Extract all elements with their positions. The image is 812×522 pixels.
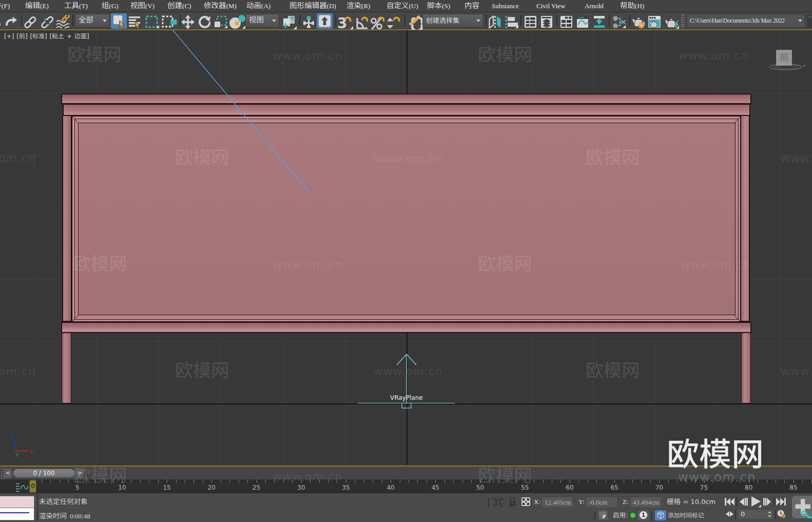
- next-frame-slider-button[interactable]: >: [76, 469, 84, 478]
- track-bar[interactable]: 0510152025303540455055606570758085 0: [0, 479, 812, 493]
- menu-1[interactable]: (E): [25, 0, 49, 11]
- ruler-tick: [292, 479, 293, 483]
- menu-10[interactable]: (U): [386, 0, 418, 11]
- z-coord-field[interactable]: 43.494cm: [630, 497, 661, 507]
- rendered-frame-window-icon[interactable]: [648, 15, 661, 28]
- current-frame-marker[interactable]: 0: [29, 480, 36, 493]
- slate-material-editor-icon[interactable]: [613, 15, 626, 29]
- vrayplane-label[interactable]: VRayPlane: [390, 394, 423, 401]
- set-keys-button[interactable]: [792, 496, 812, 518]
- absolute-mode-transform-icon[interactable]: [521, 497, 530, 506]
- menu-12[interactable]: [465, 0, 479, 11]
- time-slider-grip-label: 0 / 100: [33, 470, 54, 477]
- menu-5[interactable]: (C): [167, 0, 191, 11]
- render-production-icon[interactable]: [664, 15, 680, 29]
- time-slider-grip[interactable]: 0 / 100: [13, 469, 75, 478]
- dropdown-arrow-icon: [798, 20, 802, 22]
- render-setup-icon[interactable]: [631, 14, 646, 29]
- key-mode-toggle-button[interactable]: [725, 510, 734, 518]
- named-selection-sets-dropdown[interactable]: [422, 14, 484, 28]
- menu-16[interactable]: (H): [620, 0, 644, 11]
- use-pivot-point-center-icon[interactable]: [282, 15, 297, 30]
- menu-7[interactable]: (A): [246, 0, 270, 11]
- viewport-front[interactable]: z x y [+] [] [] [ + ] VRayPlane: [0, 30, 812, 465]
- align-icon[interactable]: [505, 15, 519, 29]
- partial-right-icon[interactable]: [807, 14, 812, 28]
- viewcube[interactable]: [776, 50, 792, 66]
- menu-3[interactable]: (G): [102, 0, 119, 11]
- percent-snap-icon[interactable]: [370, 15, 384, 30]
- select-by-name-icon[interactable]: [128, 16, 142, 29]
- select-and-place-icon[interactable]: [229, 15, 246, 29]
- menu-9[interactable]: (R): [346, 0, 370, 11]
- current-frame-field[interactable]: 0: [738, 509, 774, 519]
- project-folder-dropdown[interactable]: C:\Users\Han\Documents\3ds Max 2022: [686, 14, 805, 28]
- ruler-tick: [794, 479, 794, 483]
- menu-13[interactable]: Substance: [492, 0, 519, 11]
- y-coord-field[interactable]: -0.0cm: [586, 497, 617, 507]
- select-and-link-icon[interactable]: [24, 16, 36, 28]
- status-bar: 0:00:48 X: 12.405cm Y: -0.0cm Z: 43.494c…: [0, 493, 812, 522]
- ruler-label-75: 75: [694, 484, 714, 491]
- select-and-scale-icon[interactable]: [214, 15, 228, 29]
- ruler-tick: [489, 479, 490, 483]
- maxscript-mini-listener[interactable]: [0, 508, 34, 520]
- viewcube-face-label[interactable]: [777, 50, 791, 65]
- play-button[interactable]: [750, 496, 761, 508]
- maxscript-macro-recorder[interactable]: [0, 496, 34, 508]
- menu-8[interactable]: (D): [289, 0, 336, 11]
- previous-frame-button[interactable]: [739, 497, 748, 506]
- window-crossing-icon[interactable]: [162, 15, 179, 29]
- schematic-view-icon[interactable]: [593, 15, 605, 28]
- select-object-button[interactable]: [111, 13, 127, 29]
- previous-frame-slider-button[interactable]: <: [4, 469, 12, 478]
- add-time-tag[interactable]: [668, 512, 704, 519]
- menu-4[interactable]: (V): [130, 0, 154, 11]
- reference-coordinate-dropdown[interactable]: [245, 14, 279, 28]
- go-to-end-button[interactable]: [776, 497, 786, 506]
- snap-toggle-3d-icon[interactable]: 3: [337, 15, 354, 30]
- layer-explorer-icon[interactable]: [540, 15, 553, 28]
- curve-editor-icon[interactable]: [576, 15, 589, 28]
- statusbar-splitter[interactable]: [36, 494, 38, 520]
- menu-14[interactable]: Civil View: [536, 0, 565, 11]
- menu-6[interactable]: (M): [204, 0, 237, 11]
- safe-scene-script-shield-icon[interactable]: [598, 510, 608, 520]
- rectangular-selection-region-icon[interactable]: [145, 15, 160, 29]
- toolbar-drag-separator[interactable]: [681, 14, 684, 27]
- selection-filter-dropdown[interactable]: [75, 14, 110, 28]
- render-time-label: [39, 512, 67, 520]
- undo-icon[interactable]: [0, 15, 2, 27]
- select-and-manipulate-icon[interactable]: [303, 15, 315, 29]
- go-to-start-button[interactable]: [724, 497, 735, 506]
- selection-lock-icon[interactable]: [509, 497, 516, 507]
- select-and-rotate-icon[interactable]: [198, 15, 210, 29]
- viewport-label[interactable]: [+] [] [] [ + ]: [4, 33, 89, 40]
- mini-curve-editor-icon[interactable]: [15, 482, 29, 492]
- ribbon-icon[interactable]: [560, 15, 573, 28]
- edit-named-selection-sets-icon[interactable]: {}: [408, 14, 423, 30]
- isolate-selection-icon[interactable]: [494, 498, 502, 507]
- select-and-move-icon[interactable]: [181, 15, 195, 29]
- playback-separator: [775, 510, 776, 519]
- unlink-selection-icon[interactable]: [41, 16, 53, 28]
- next-frame-button[interactable]: [763, 497, 771, 506]
- mirror-icon[interactable]: [488, 15, 502, 29]
- spinner-snap-icon[interactable]: [386, 15, 400, 30]
- menu-2[interactable]: (T): [64, 0, 88, 11]
- keyboard-shortcut-override-button[interactable]: [317, 13, 333, 29]
- svg-text:{}: {}: [408, 15, 423, 30]
- ruler-tick: [624, 479, 624, 483]
- angle-snap-icon[interactable]: [355, 15, 368, 30]
- notification-count-badge[interactable]: 1: [638, 510, 649, 520]
- time-configuration-button[interactable]: [777, 509, 786, 519]
- x-coord-field[interactable]: 12.405cm: [542, 497, 573, 507]
- time-tag-cube-button[interactable]: [655, 510, 666, 520]
- scene-explorer-icon[interactable]: [524, 15, 537, 28]
- bind-to-space-warp-icon[interactable]: [56, 15, 70, 28]
- frame-spinner[interactable]: [767, 511, 772, 518]
- menu-11[interactable]: (S): [427, 0, 450, 11]
- menu-0[interactable]: (F): [0, 0, 10, 11]
- menu-15[interactable]: Arnold: [585, 0, 604, 11]
- redo-icon[interactable]: [5, 15, 17, 27]
